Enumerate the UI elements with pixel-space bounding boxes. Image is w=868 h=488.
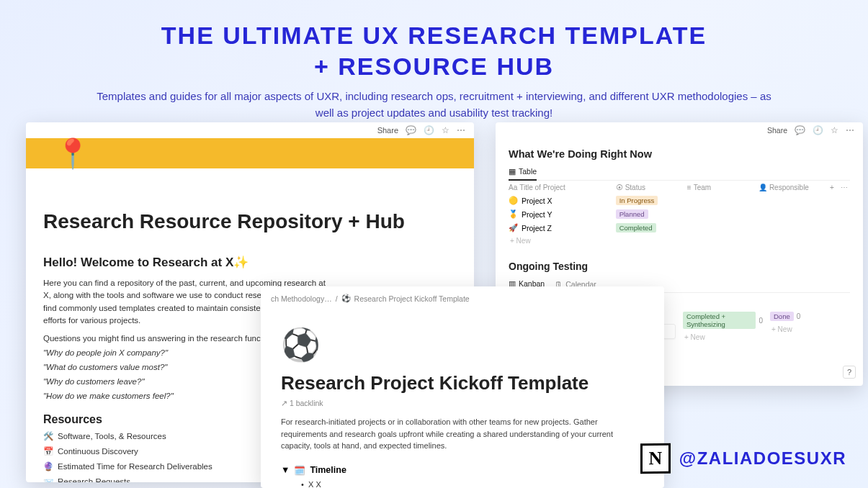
kickoff-card: ch Methodology… / ⚽ Research Project Kic… <box>261 286 664 488</box>
add-column-button[interactable]: + ⋯ <box>830 184 850 191</box>
arrow-icon: ↗ <box>281 399 287 407</box>
status-badge: Completed <box>616 223 656 232</box>
crystal-ball-icon: 🔮 <box>43 461 53 471</box>
table-icon: ▦ <box>509 167 516 176</box>
calendar-icon: 🗓️ <box>294 465 305 476</box>
intro-text: For research-initiated projects or in co… <box>281 416 634 452</box>
status-col-icon: ⦿ <box>616 184 623 191</box>
timeline-item: • X X <box>301 480 644 489</box>
more-icon[interactable]: ⋯ <box>457 125 465 135</box>
row-emoji-icon: 🥇 <box>509 209 518 219</box>
inbox-icon: 📨 <box>43 476 53 482</box>
col-team[interactable]: ≡Team <box>687 184 759 191</box>
updates-icon[interactable]: 🕘 <box>813 125 823 135</box>
comments-icon[interactable]: 💬 <box>406 125 416 135</box>
table-row[interactable]: 🚀Project Z Completed <box>509 223 850 232</box>
page-emoji-icon[interactable]: ⚽ <box>281 326 644 363</box>
table-row[interactable]: 🥇Project Y Planned <box>509 209 850 219</box>
author-handle: @ZALIADOESUXR <box>679 448 846 469</box>
status-badge: Planned <box>616 209 648 219</box>
page-title: Research Project Kickoff Template <box>281 372 644 394</box>
pushpin-icon: 📍 <box>55 137 91 171</box>
comments-icon[interactable]: 💬 <box>795 125 805 135</box>
sparkle-icon: ✨ <box>233 256 249 269</box>
section-heading-ongoing: Ongoing Testing <box>509 261 850 272</box>
table-tab[interactable]: ▦Table <box>509 164 537 181</box>
timeline-toggle[interactable]: ▼ 🗓️ Timeline <box>281 465 644 476</box>
brand-signature: N @ZALIADOESUXR <box>640 443 846 474</box>
person-icon: 👤 <box>759 184 767 191</box>
more-icon[interactable]: ⋯ <box>846 125 854 135</box>
col-responsible[interactable]: 👤Responsible <box>759 184 830 191</box>
hero-subtitle: Templates and guides for all major aspec… <box>0 81 868 121</box>
section-heading-now: What We're Doing Right Now <box>509 148 850 160</box>
table-row[interactable]: 🟡Project X In Progress <box>509 196 850 205</box>
hero-title: THE ULTIMATE UX RESEARCH TEMPLATE + RESO… <box>0 0 868 81</box>
text-icon: Aa <box>509 184 517 191</box>
new-row-button[interactable]: + New <box>510 237 850 245</box>
soccer-icon: ⚽ <box>341 294 351 303</box>
updates-icon[interactable]: 🕘 <box>424 125 434 135</box>
row-emoji-icon: 🚀 <box>509 223 518 232</box>
status-badge: In Progress <box>616 196 658 205</box>
breadcrumb[interactable]: ch Methodology… / ⚽ Research Project Kic… <box>261 286 664 303</box>
share-button[interactable]: Share <box>767 126 787 135</box>
view-tabs: ▦Table <box>509 164 850 181</box>
multiselect-icon: ≡ <box>687 184 692 191</box>
kanban-col-done[interactable]: Done0 <box>770 312 850 321</box>
calendar-icon: 📅 <box>43 446 53 456</box>
favorite-icon[interactable]: ☆ <box>442 125 449 135</box>
new-card-button[interactable]: + New <box>684 333 763 341</box>
share-button[interactable]: Share <box>377 126 398 135</box>
row-emoji-icon: 🟡 <box>509 196 518 205</box>
col-status[interactable]: ⦿Status <box>616 184 687 191</box>
favorite-icon[interactable]: ☆ <box>831 125 838 135</box>
help-button[interactable]: ? <box>843 366 856 379</box>
welcome-heading: Hello! Welcome to Research at X✨ <box>43 255 457 270</box>
page-title: Research Resource Repository + Hub <box>43 210 457 233</box>
new-card-button[interactable]: + New <box>771 325 850 333</box>
page-cover: 📍 <box>26 138 474 168</box>
notion-logo-icon: N <box>640 443 671 474</box>
kanban-col-completed[interactable]: Completed + Synthesizing0 <box>683 312 763 329</box>
backlink-link[interactable]: ↗ 1 backlink <box>281 399 644 407</box>
tools-icon: 🛠️ <box>43 431 53 441</box>
col-title[interactable]: AaTitle of Project <box>509 184 616 191</box>
chevron-down-icon: ▼ <box>281 465 290 475</box>
